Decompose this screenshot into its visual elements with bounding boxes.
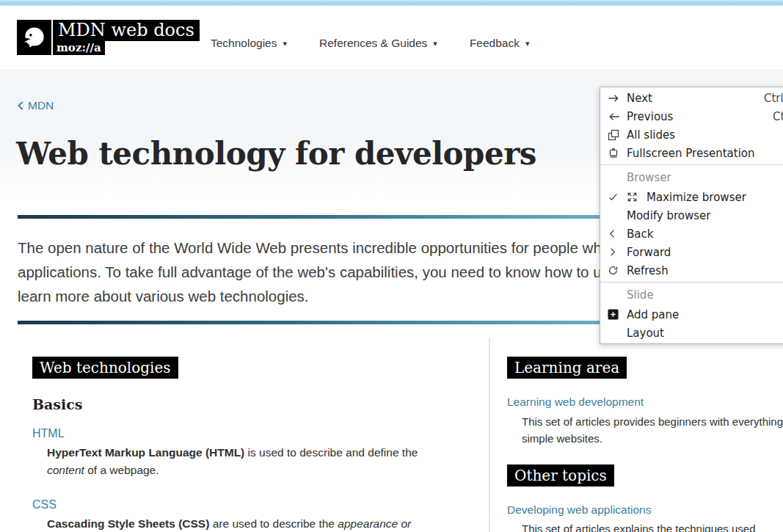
presentation-icon xyxy=(608,147,627,159)
presentation-context-menu: Next Ctrl Previous Ct All slides Fullscr… xyxy=(600,87,783,344)
learning-area-description-line: This set of articles provides beginners … xyxy=(522,413,783,430)
mdn-page: { "header": { "logo_title": "MDN web doc… xyxy=(0,0,783,532)
add-pane-icon xyxy=(608,309,627,320)
description-line: HyperText Markup Language (HTML) is used… xyxy=(47,444,418,462)
link-developing-web-applications[interactable]: Developing web applications xyxy=(507,503,651,517)
maximize-icon xyxy=(627,192,647,203)
section-heading-learning-area: Learning area xyxy=(507,357,627,379)
chevron-down-icon: ▾ xyxy=(433,39,437,48)
chevron-left-icon xyxy=(608,228,627,239)
chevron-down-icon: ▾ xyxy=(525,39,530,48)
learning-area-description-line: simple websites. xyxy=(522,430,783,447)
shortcut-text: Ct xyxy=(773,107,783,125)
chevron-right-icon xyxy=(608,247,627,258)
nav-references-guides[interactable]: References & Guides ▾ xyxy=(319,37,437,50)
menu-separator xyxy=(600,282,783,283)
menu-item-modify-browser[interactable]: Modify browser xyxy=(600,206,783,225)
menu-item-next[interactable]: Next Ctrl xyxy=(600,89,783,107)
menu-group-slide: Slide xyxy=(600,285,783,305)
arrow-left-icon xyxy=(608,111,627,123)
site-header: MDN web docs moz://a Technologies ▾ Refe… xyxy=(0,6,783,70)
menu-item-back[interactable]: Back xyxy=(600,225,783,243)
mdn-logo[interactable]: MDN web docs moz://a xyxy=(17,20,200,55)
description-line: content of a webpage. xyxy=(47,462,418,479)
main-nav: Technologies ▾ References & Guides ▾ Fee… xyxy=(211,12,529,75)
mdn-dino-icon xyxy=(17,20,51,55)
nav-technologies[interactable]: Technologies ▾ xyxy=(211,37,287,50)
menu-item-all-slides[interactable]: All slides xyxy=(600,125,783,144)
menu-item-layout[interactable]: Layout xyxy=(600,324,783,342)
menu-group-browser: Browser xyxy=(600,167,783,188)
link-learning-web-development[interactable]: Learning web development xyxy=(507,396,644,409)
all-slides-icon xyxy=(608,129,627,141)
html-description: HyperText Markup Language (HTML) is used… xyxy=(47,444,418,479)
logo-text: MDN web docs moz://a xyxy=(53,20,200,55)
column-divider xyxy=(489,338,490,532)
menu-item-add-pane[interactable]: Add pane xyxy=(600,305,783,324)
link-html[interactable]: HTML xyxy=(32,427,65,440)
menu-item-forward[interactable]: Forward xyxy=(600,243,783,261)
breadcrumb-label: MDN xyxy=(28,99,54,112)
shortcut-text: Ctrl xyxy=(764,89,783,107)
nav-feedback[interactable]: Feedback ▾ xyxy=(470,37,530,50)
menu-item-refresh[interactable]: Refresh xyxy=(600,261,783,280)
top-blue-strip xyxy=(0,0,783,6)
section-heading-other-topics: Other topics xyxy=(507,464,614,487)
arrow-right-icon xyxy=(608,92,627,104)
other-topics-description-line: This set of articles explains the techni… xyxy=(522,520,783,532)
subheading-basics: Basics xyxy=(32,396,83,412)
menu-item-maximize-browser[interactable]: Maximize browser xyxy=(600,188,783,206)
logo-title: MDN web docs xyxy=(53,20,200,41)
page-title: Web technology for developers xyxy=(16,136,536,172)
description-line: Cascading Style Sheets (CSS) are used to… xyxy=(47,515,411,532)
menu-separator xyxy=(600,164,783,165)
refresh-icon xyxy=(608,265,627,276)
section-heading-web-technologies: Web technologies xyxy=(32,357,178,379)
breadcrumb[interactable]: MDN xyxy=(18,99,54,112)
chevron-down-icon: ▾ xyxy=(283,39,287,48)
css-description: Cascading Style Sheets (CSS) are used to… xyxy=(47,515,411,532)
menu-item-fullscreen-presentation[interactable]: Fullscreen Presentation xyxy=(600,144,783,162)
menu-item-previous[interactable]: Previous Ct xyxy=(600,107,783,125)
chevron-left-icon xyxy=(18,101,23,110)
link-css[interactable]: CSS xyxy=(32,498,57,511)
check-icon xyxy=(608,192,627,203)
logo-subtitle: moz://a xyxy=(53,41,105,55)
